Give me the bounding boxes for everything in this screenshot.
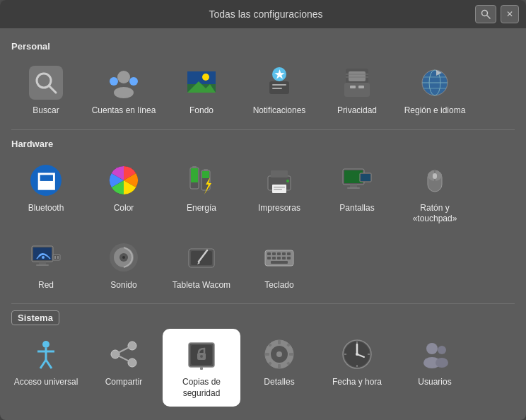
svg-rect-61 — [39, 262, 46, 264]
svg-point-69 — [122, 256, 125, 259]
tableta-label: Tableta Wacom — [173, 280, 230, 291]
item-notificaciones[interactable]: ★ Notificaciones — [240, 57, 318, 124]
svg-rect-79 — [287, 252, 291, 255]
buscar-label: Buscar — [33, 105, 59, 117]
acceso-label: Acceso universal — [14, 377, 78, 388]
teclado-icon — [261, 239, 298, 276]
svg-rect-83 — [282, 257, 286, 259]
svg-rect-21 — [350, 86, 356, 88]
section-grid-hardware: ⬓ Bluetooth — [0, 152, 526, 301]
svg-point-60 — [42, 256, 45, 259]
detalles-icon — [261, 336, 298, 373]
svg-line-89 — [40, 360, 46, 368]
svg-point-125 — [436, 358, 448, 368]
svg-rect-76 — [272, 252, 276, 255]
titlebar: Todas las configuraciones ✕ — [0, 0, 526, 28]
svg-rect-64 — [54, 256, 56, 259]
usuarios-icon — [416, 336, 453, 373]
svg-point-47 — [286, 180, 289, 182]
svg-rect-19 — [349, 71, 366, 81]
svg-rect-50 — [350, 185, 357, 187]
settings-window: Todas las configuraciones ✕ Personal — [0, 0, 526, 420]
svg-rect-63 — [53, 255, 60, 260]
svg-point-86 — [42, 341, 49, 348]
svg-rect-65 — [57, 256, 59, 259]
item-tableta[interactable]: Tableta Wacom — [163, 232, 240, 298]
svg-rect-77 — [277, 252, 281, 255]
item-privacidad[interactable]: Privacidad — [318, 57, 396, 124]
privacidad-label: Privacidad — [337, 105, 377, 117]
svg-rect-104 — [278, 364, 281, 368]
titlebar-buttons: ✕ — [475, 5, 519, 23]
svg-rect-106 — [289, 353, 293, 356]
raton-icon — [416, 162, 453, 199]
item-detalles[interactable]: Detalles — [240, 329, 318, 406]
red-label: Red — [38, 280, 54, 291]
item-compartir[interactable]: Compartir — [85, 329, 163, 406]
svg-rect-43 — [271, 170, 288, 177]
search-button[interactable] — [475, 5, 496, 23]
svg-rect-62 — [36, 264, 49, 266]
item-pantallas[interactable]: Pantallas — [318, 155, 396, 232]
svg-rect-105 — [265, 353, 269, 356]
buscar-icon — [28, 64, 64, 101]
notificaciones-icon: ★ — [261, 64, 298, 101]
energia-icon — [183, 162, 220, 199]
section-grid-sistema: Acceso universal Compartir — [0, 326, 526, 409]
content-area: Personal Buscar — [0, 28, 526, 420]
impresoras-label: Impresoras — [258, 203, 300, 214]
item-acceso[interactable]: Acceso universal — [7, 329, 85, 406]
svg-rect-40 — [202, 171, 209, 178]
item-usuarios[interactable]: Usuarios — [396, 329, 474, 406]
impresoras-icon — [261, 162, 298, 199]
svg-rect-22 — [358, 86, 364, 88]
svg-rect-80 — [267, 257, 271, 259]
svg-point-7 — [110, 77, 118, 86]
svg-point-0 — [482, 11, 488, 16]
svg-rect-78 — [282, 252, 286, 255]
item-red[interactable]: Red — [7, 232, 85, 298]
item-raton[interactable]: Ratón y «touchpad» — [396, 155, 474, 232]
item-energia[interactable]: Energía — [163, 155, 240, 232]
red-icon — [28, 239, 64, 276]
svg-rect-16 — [272, 84, 286, 86]
item-copias[interactable]: Copias de seguridad — [163, 329, 240, 406]
item-buscar[interactable]: Buscar — [7, 57, 85, 124]
item-sonido[interactable]: Sonido — [85, 232, 163, 298]
item-region[interactable]: Región e idioma — [396, 57, 474, 124]
notificaciones-label: Notificaciones — [253, 105, 306, 117]
item-fondo[interactable]: Fondo — [163, 57, 240, 124]
window-title: Todas las configuraciones — [57, 8, 475, 20]
section-header-hardware: Hardware — [0, 133, 526, 152]
sonido-icon — [105, 239, 142, 276]
energia-label: Energía — [187, 203, 216, 214]
section-header-personal: Personal — [0, 35, 526, 54]
close-button[interactable]: ✕ — [501, 5, 519, 23]
svg-rect-51 — [347, 187, 360, 189]
svg-rect-103 — [278, 340, 281, 344]
item-bluetooth[interactable]: ⬓ Bluetooth — [7, 155, 85, 232]
divider-hardware-sistema — [11, 303, 515, 304]
svg-point-5 — [117, 71, 130, 83]
item-fecha[interactable]: Fecha y hora — [318, 329, 396, 406]
svg-rect-82 — [277, 257, 281, 259]
svg-rect-57 — [433, 173, 437, 179]
svg-rect-53 — [361, 174, 370, 181]
pantallas-icon — [339, 162, 375, 199]
fondo-label: Fondo — [189, 105, 214, 117]
svg-line-94 — [115, 346, 132, 354]
svg-text:★: ★ — [274, 69, 285, 81]
pantallas-label: Pantallas — [339, 203, 374, 214]
svg-rect-85 — [271, 261, 288, 264]
item-cuentas[interactable]: Cuentas en línea — [85, 57, 163, 124]
divider-personal-hardware — [11, 129, 515, 130]
item-impresoras[interactable]: Impresoras — [240, 155, 318, 232]
svg-rect-81 — [272, 257, 276, 259]
svg-point-11 — [202, 74, 209, 81]
bluetooth-label: Bluetooth — [28, 203, 64, 214]
svg-rect-45 — [274, 187, 285, 188]
item-color[interactable]: Color — [85, 155, 163, 232]
sistema-badge: Sistema — [11, 310, 59, 325]
svg-point-6 — [129, 77, 138, 86]
item-teclado[interactable]: Teclado — [240, 232, 318, 298]
